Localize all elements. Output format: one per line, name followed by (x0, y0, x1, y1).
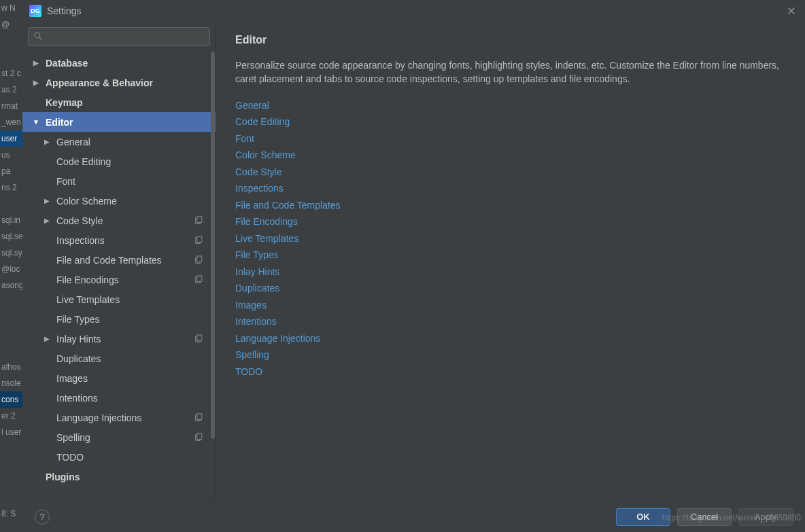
tree-item-label: Intentions (56, 393, 98, 404)
tree-item-file-and-code-templates[interactable]: File and Code Templates (22, 250, 216, 270)
tree-item-label: Inlay Hints (56, 334, 101, 344)
tree-item-code-editing[interactable]: Code Editing (22, 152, 216, 171)
tree-item-intentions[interactable]: Intentions (22, 388, 216, 408)
chevron-icon: ▶ (43, 197, 51, 205)
svg-rect-7 (197, 255, 202, 262)
cancel-button[interactable]: Cancel (677, 508, 732, 526)
bg-row: as 2 (0, 82, 22, 98)
copy-icon (194, 275, 203, 285)
close-icon[interactable] (785, 4, 798, 18)
copy-icon (194, 433, 203, 442)
bg-row (0, 326, 22, 342)
tree-item-images[interactable]: Images (22, 368, 216, 388)
bg-row (0, 457, 22, 473)
svg-rect-11 (197, 334, 202, 340)
tree-item-label: File and Code Templates (56, 255, 162, 266)
page-title: Editor (235, 34, 786, 46)
ok-button[interactable]: OK (616, 508, 670, 526)
link-code-style[interactable]: Code Style (235, 164, 786, 181)
dialog-title: Settings (47, 5, 785, 16)
app-icon: DG (29, 5, 41, 17)
bg-row: nsole (0, 375, 22, 391)
bg-row (0, 489, 22, 506)
button-bar: ? OK Cancel Apply (22, 501, 805, 532)
search-input[interactable] (28, 27, 210, 46)
bg-row: us (0, 147, 22, 163)
tree-item-live-templates[interactable]: Live Templates (22, 289, 216, 309)
tree-item-label: Spelling (56, 432, 90, 443)
tree-item-label: Plugins (46, 472, 80, 482)
tree-item-label: Code Style (56, 215, 103, 226)
link-intentions[interactable]: Intentions (235, 313, 786, 330)
apply-button[interactable]: Apply (738, 508, 793, 526)
tree-item-appearance-behavior[interactable]: ▶Appearance & Behavior (22, 73, 216, 92)
background-project-tree: w N @st 2 cas 2rmat_wenuser us pans 2sql… (0, 0, 22, 532)
tree-item-plugins[interactable]: Plugins (22, 467, 216, 486)
link-live-templates[interactable]: Live Templates (235, 230, 786, 247)
bg-row: @ (0, 16, 22, 33)
tree-item-inspections[interactable]: Inspections (22, 230, 216, 250)
tree-item-keymap[interactable]: Keymap (22, 92, 216, 112)
bg-row: sql.se (0, 228, 22, 245)
tree-item-label: Language Injections (56, 412, 141, 423)
bg-row (0, 473, 22, 489)
link-inspections[interactable]: Inspections (235, 180, 786, 197)
bg-row: er 2 (0, 408, 22, 424)
tree-item-label: TODO (56, 452, 84, 463)
link-duplicates[interactable]: Duplicates (235, 280, 786, 297)
bg-row: rmat (0, 98, 22, 114)
bg-row: 8: S (0, 506, 22, 522)
tree-item-duplicates[interactable]: Duplicates (22, 349, 216, 368)
tree-item-file-types[interactable]: File Types (22, 309, 216, 329)
tree-scrollbar[interactable] (210, 52, 216, 473)
link-todo[interactable]: TODO (235, 363, 786, 380)
link-spelling[interactable]: Spelling (235, 347, 786, 363)
tree-item-font[interactable]: Font (22, 171, 216, 191)
bg-row (0, 49, 22, 65)
tree-item-label: File Encodings (56, 274, 119, 285)
bg-row (0, 440, 22, 457)
bg-row: alhos (0, 359, 22, 375)
link-file-and-code-templates[interactable]: File and Code Templates (235, 197, 786, 214)
copy-icon (194, 255, 203, 265)
tree-item-code-style[interactable]: ▶Code Style (22, 211, 216, 230)
settings-sidebar: ▶Database▶Appearance & BehaviorKeymap▼Ed… (22, 22, 216, 501)
bg-row (0, 294, 22, 310)
link-file-types[interactable]: File Types (235, 247, 786, 264)
link-general[interactable]: General (235, 97, 786, 114)
link-file-encodings[interactable]: File Encodings (235, 213, 786, 230)
tree-item-language-injections[interactable]: Language Injections (22, 408, 216, 427)
link-color-scheme[interactable]: Color Scheme (235, 147, 786, 164)
chevron-icon: ▶ (32, 59, 40, 67)
tree-item-color-scheme[interactable]: ▶Color Scheme (22, 191, 216, 211)
tree-item-general[interactable]: ▶General (22, 132, 216, 152)
link-images[interactable]: Images (235, 297, 786, 314)
titlebar: DG Settings (22, 0, 805, 22)
bg-row (0, 342, 22, 359)
bg-row: w N (0, 0, 22, 16)
svg-rect-9 (197, 275, 202, 281)
copy-icon (194, 413, 203, 423)
bg-row (0, 196, 22, 212)
tree-item-file-encodings[interactable]: File Encodings (22, 270, 216, 289)
tree-item-todo[interactable]: TODO (22, 447, 216, 467)
tree-item-label: Database (46, 58, 88, 69)
bg-row: @loc (0, 261, 22, 277)
tree-item-editor[interactable]: ▼Editor (22, 112, 216, 132)
link-code-editing[interactable]: Code Editing (235, 113, 786, 130)
link-language-injections[interactable]: Language Injections (235, 330, 786, 347)
bg-row (0, 310, 22, 326)
copy-icon (194, 216, 203, 226)
help-button[interactable]: ? (35, 510, 50, 525)
settings-dialog: DG Settings ▶Database▶Appearance & Behav… (22, 0, 805, 532)
bg-row: _wen (0, 114, 22, 130)
tree-item-database[interactable]: ▶Database (22, 53, 216, 73)
bg-row: l user (0, 424, 22, 440)
bg-row: cons (0, 391, 22, 408)
link-font[interactable]: Font (235, 130, 786, 147)
tree-item-spelling[interactable]: Spelling (22, 427, 216, 447)
link-inlay-hints[interactable]: Inlay Hints (235, 264, 786, 281)
copy-icon (194, 236, 203, 245)
bg-row: user (0, 130, 22, 147)
tree-item-inlay-hints[interactable]: ▶Inlay Hints (22, 329, 216, 349)
